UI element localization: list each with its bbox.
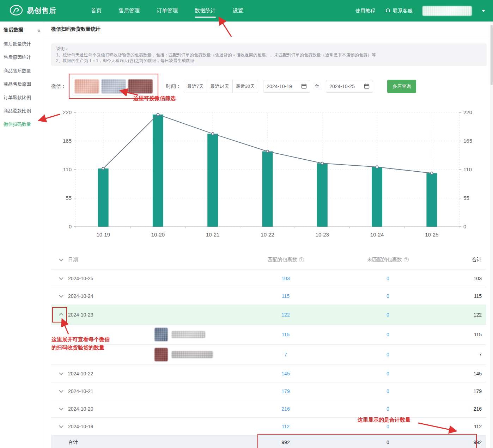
logo[interactable]: 易创售后 <box>0 4 56 18</box>
notice-line-1: 1、统计每天通过每个微信扫码收货验货的包裹数量，包括：匹配到订单的包裹数量（含退… <box>56 52 482 58</box>
wechat-avatar-blurred[interactable] <box>74 79 99 93</box>
matched-count-link[interactable]: 112 <box>242 424 330 429</box>
collapse-sidebar-icon[interactable]: « <box>37 27 40 33</box>
chevron-up-icon[interactable] <box>59 313 63 318</box>
nav-item-aftersales[interactable]: 售后管理 <box>118 0 140 22</box>
header-unmatched: 未匹配的包裹数 <box>367 257 402 263</box>
sidebar-item-wechat-scan-count[interactable]: 微信扫码数量 <box>0 118 44 131</box>
footer-label: 合计 <box>68 439 242 446</box>
unmatched-count-link[interactable]: 0 <box>330 388 446 394</box>
multi-store-query-button[interactable]: 多店查询 <box>387 80 416 93</box>
svg-text:55: 55 <box>463 195 469 201</box>
nav-menu: 首页 售后管理 订单管理 数据统计 设置 <box>91 0 243 22</box>
chevron-down-icon[interactable] <box>59 406 63 411</box>
svg-text:10-24: 10-24 <box>370 232 384 238</box>
unmatched-count-link[interactable]: 0 <box>330 424 446 429</box>
matched-count-link[interactable]: 115 <box>242 332 330 337</box>
svg-text:220: 220 <box>63 109 72 115</box>
unmatched-count-link[interactable]: 0 <box>330 371 446 376</box>
notice-line-2: 2、数据的生产为 T＋1，即今天看昨天(含)之前的数据，每日凌晨生成数据 <box>56 58 482 63</box>
total-count: 122 <box>446 312 486 318</box>
sidebar-item-order-refund-ratio[interactable]: 订单退款比例 <box>0 91 44 104</box>
filter-bar: 微信： 时间： 最近7天 最近14天 最近30天 2024-10-19 <box>51 74 487 99</box>
chevron-down-icon[interactable] <box>59 388 63 393</box>
total-count: 216 <box>446 406 486 412</box>
range-7d-button[interactable]: 最近7天 <box>184 80 207 93</box>
total-count: 103 <box>446 276 486 281</box>
chevron-down-icon[interactable] <box>482 10 485 12</box>
chevron-down-icon[interactable] <box>59 257 63 262</box>
tutorial-link[interactable]: 使用教程 <box>355 8 375 14</box>
chevron-down-icon[interactable] <box>59 276 63 280</box>
nav-item-settings[interactable]: 设置 <box>233 0 243 22</box>
main-content: 说明： 1、统计每天通过每个微信扫码收货验货的包裹数量，包括：匹配到订单的包裹数… <box>44 37 493 448</box>
range-30d-button[interactable]: 最近30天 <box>232 80 258 93</box>
matched-count-link[interactable]: 179 <box>242 388 330 394</box>
chevron-down-icon[interactable] <box>59 293 63 298</box>
date-from-input[interactable]: 2024-10-19 <box>263 80 310 93</box>
vertical-scrollbar[interactable] <box>490 22 493 448</box>
nav-item-home[interactable]: 首页 <box>91 0 102 22</box>
sidebar-title: 售后数据 <box>4 27 23 33</box>
footer-matched-total: 992 <box>242 440 330 445</box>
table-subrow: 7 0 7 <box>51 345 486 365</box>
svg-text:110: 110 <box>63 166 72 172</box>
total-count: 112 <box>446 424 486 429</box>
matched-count-link[interactable]: 7 <box>242 352 330 357</box>
unmatched-count-link[interactable]: 0 <box>330 352 446 357</box>
range-14d-button[interactable]: 最近14天 <box>207 80 232 93</box>
table-header-row: 日期 匹配的包裹数 未匹配的包裹数 合计 <box>51 250 486 270</box>
table-row: 2024-10-20 216 0 216 <box>51 400 486 418</box>
matched-count-link[interactable]: 103 <box>242 276 330 281</box>
info-icon[interactable] <box>299 257 304 262</box>
header-matched: 匹配的包裹数 <box>268 257 297 263</box>
unmatched-count-link[interactable]: 0 <box>330 406 446 412</box>
chevron-down-icon[interactable] <box>59 424 63 428</box>
wechat-account <box>154 328 242 341</box>
matched-count-link[interactable]: 122 <box>242 312 330 318</box>
matched-count-link[interactable]: 115 <box>242 293 330 299</box>
scan-count-table: 日期 匹配的包裹数 未匹配的包裹数 合计 2024-10-25 103 0 10… <box>51 250 486 448</box>
calendar-icon <box>364 83 370 90</box>
time-filter-label: 时间： <box>166 83 181 90</box>
unmatched-count-link[interactable]: 0 <box>330 312 446 318</box>
svg-text:55: 55 <box>66 195 72 201</box>
scrollbar-thumb[interactable] <box>491 25 493 85</box>
account-name-blurred[interactable] <box>422 6 472 16</box>
wechat-name-blurred <box>171 351 213 358</box>
unmatched-count-link[interactable]: 0 <box>330 276 446 281</box>
sidebar-header: 售后数据 « <box>0 22 44 37</box>
total-count: 115 <box>446 332 486 337</box>
sidebar-item-product-refund-ratio[interactable]: 商品退款比例 <box>0 104 44 118</box>
matched-count-link[interactable]: 145 <box>242 371 330 376</box>
nav-item-statistics[interactable]: 数据统计 <box>195 0 216 22</box>
table-row: 2024-10-24 115 0 115 <box>51 287 486 305</box>
total-count: 179 <box>446 388 486 394</box>
annotation-total-hint: 这里显示的是合计数量 <box>358 417 410 423</box>
wechat-avatar-blurred[interactable] <box>101 79 126 93</box>
nav-item-orders[interactable]: 订单管理 <box>157 0 178 22</box>
svg-text:110: 110 <box>463 166 472 172</box>
sidebar-item-aftersales-count[interactable]: 售后数量统计 <box>0 37 44 51</box>
matched-count-link[interactable]: 216 <box>242 406 330 412</box>
table-row-expanded: 2024-10-23 122 0 122 <box>51 305 486 325</box>
logo-icon <box>9 4 23 18</box>
sidebar-item-aftersales-reason[interactable]: 售后原因统计 <box>0 51 44 64</box>
info-icon[interactable] <box>404 257 409 262</box>
unmatched-count-link[interactable]: 0 <box>330 332 446 337</box>
svg-text:0: 0 <box>69 223 72 229</box>
sidebar-item-product-aftersales-count[interactable]: 商品售后数量 <box>0 64 44 78</box>
annotation-wechat-filter: 这里可按微信筛选 <box>133 95 176 102</box>
date-separator: 至 <box>315 83 319 90</box>
date-to-input[interactable]: 2024-10-25 <box>326 80 373 93</box>
wechat-account <box>154 348 242 361</box>
wechat-account-selector[interactable] <box>72 77 155 96</box>
sidebar-item-product-aftersales-reason[interactable]: 商品售后原因 <box>0 78 44 91</box>
wechat-avatar-blurred[interactable] <box>128 79 153 93</box>
wechat-avatar-blurred <box>154 348 168 361</box>
chevron-down-icon[interactable] <box>59 371 63 375</box>
contact-support-link[interactable]: 联系客服 <box>385 7 413 14</box>
wechat-name-blurred <box>171 331 205 338</box>
wechat-filter-label: 微信： <box>51 83 66 90</box>
unmatched-count-link[interactable]: 0 <box>330 293 446 299</box>
